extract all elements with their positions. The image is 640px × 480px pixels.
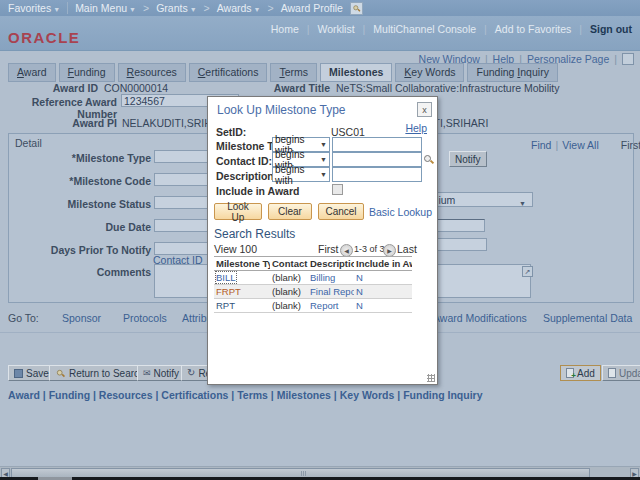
tab-terms[interactable]: Terms [270, 63, 317, 82]
award-title-value: NeTS:Small Collaborative:Infrastructure … [336, 82, 560, 94]
goto-supplemental-data-link[interactable]: Supplemental Data [543, 312, 632, 324]
tab-certifications[interactable]: Certifications [189, 63, 268, 82]
page-icon [608, 368, 616, 378]
due-date-label: Due Date [11, 221, 151, 233]
result-link[interactable]: N [356, 272, 363, 283]
milestone-code-label: *Milestone Code [11, 175, 151, 187]
contact-id-search-label: Contact ID: [216, 155, 272, 167]
view-all-link[interactable]: View All [562, 139, 599, 151]
lookup-modal: Look Up Milestone Type x Help SetID: USC… [207, 96, 438, 385]
copy-url-icon[interactable] [622, 53, 634, 65]
chevron-down-icon: ▼ [129, 6, 136, 13]
result-link[interactable]: Final Report [310, 286, 354, 297]
chevron-down-icon: ▼ [53, 6, 60, 13]
clear-button[interactable]: Clear [268, 203, 312, 220]
contact-id-search-input[interactable] [332, 152, 422, 167]
search-icon[interactable] [350, 2, 363, 15]
results-table: Milestone Type Contact ID Description In… [214, 256, 412, 313]
look-up-button[interactable]: Look Up [214, 203, 262, 220]
cell-contact: (blank) [270, 299, 308, 313]
cancel-button[interactable]: Cancel [318, 203, 364, 220]
description-search-input[interactable] [332, 167, 422, 182]
notify-button[interactable]: ✉Notify [137, 365, 185, 381]
milestone-status-label: Milestone Status [11, 198, 151, 210]
chevron-down-icon: ▼ [254, 6, 261, 13]
application-window: Favorites▼ Main Menu▼ > Grants▼ > Awards… [0, 0, 640, 480]
find-link[interactable]: Find [531, 139, 551, 151]
col-milestone-type: Milestone Type [214, 257, 270, 271]
include-in-award-label: Include in Award [216, 185, 299, 197]
return-to-search-button[interactable]: Return to Search [49, 365, 151, 381]
save-icon [14, 369, 23, 378]
cell-contact: (blank) [270, 285, 308, 299]
expand-comments-icon[interactable]: ↗ [522, 266, 533, 277]
goto-sponsor-link[interactable]: Sponsor [62, 312, 101, 324]
result-link[interactable]: Report [310, 300, 339, 311]
tab-funding-inquiry[interactable]: Funding Inquiry [467, 63, 557, 82]
favorites-menu[interactable]: Favorites▼ [8, 2, 60, 14]
sign-out-link[interactable]: Sign out [590, 23, 632, 35]
add-button[interactable]: +Add [560, 365, 601, 381]
header-links: Home| Worklist| MultiChannel Console| Ad… [271, 23, 632, 35]
breadcrumb: Favorites▼ Main Menu▼ > Grants▼ > Awards… [0, 0, 640, 16]
close-icon[interactable]: x [417, 102, 432, 117]
description-operator-select[interactable]: begins with▼ [272, 167, 330, 182]
table-header-row: Milestone Type Contact ID Description In… [214, 257, 412, 271]
contact-id-lookup-icon[interactable] [423, 154, 434, 165]
detail-pager: Find | View All First ◀ 1 of [531, 138, 640, 151]
refresh-icon: ↻ [187, 368, 195, 378]
tab-funding[interactable]: Funding [59, 63, 115, 82]
award-id-value: CON0000014 [104, 82, 168, 94]
footer-page-links[interactable]: Award | Funding | Resources | Certificat… [8, 389, 482, 401]
chevron-down-icon: ▼ [320, 171, 327, 178]
worklist-link[interactable]: Worklist [317, 23, 354, 35]
update-display-button[interactable]: Update/Display [602, 365, 640, 381]
result-link[interactable]: RPT [216, 300, 235, 311]
tab-milestones[interactable]: Milestones [320, 63, 392, 82]
col-description: Description [308, 257, 354, 271]
basic-lookup-link[interactable]: Basic Lookup [369, 206, 432, 218]
award-id-label: Award ID [0, 82, 98, 94]
save-button[interactable]: Save [8, 365, 55, 381]
breadcrumb-separator: > [204, 2, 210, 14]
breadcrumb-award-profile[interactable]: Award Profile [281, 2, 343, 14]
description-search-label: Description: [216, 170, 277, 182]
notify-field-button[interactable]: Notify [449, 151, 487, 167]
setid-label: SetID: [216, 126, 246, 138]
breadcrumb-separator: > [268, 2, 274, 14]
view-100-link[interactable]: View 100 [214, 243, 257, 255]
cell-contact: (blank) [270, 271, 308, 285]
award-pi-label: Award PI [0, 117, 117, 129]
col-include-in-award: Include in Award [354, 257, 412, 271]
days-prior-to-notify-label: Days Prior To Notify [11, 244, 151, 256]
result-link[interactable]: FRPT [216, 286, 241, 297]
modal-title: Look Up Milestone Type [217, 103, 346, 117]
col-contact-id: Contact ID [270, 257, 308, 271]
breadcrumb-awards[interactable]: Awards▼ [217, 2, 261, 14]
add-page-icon: + [566, 368, 574, 378]
table-row: BILL (blank) Billing N [214, 271, 412, 285]
return-to-search-icon [56, 369, 65, 378]
detail-title: Detail [15, 137, 42, 149]
result-link[interactable]: N [356, 300, 363, 311]
result-link[interactable]: BILL [216, 272, 236, 283]
multichannel-console-link[interactable]: MultiChannel Console [373, 23, 476, 35]
main-menu[interactable]: Main Menu▼ [75, 2, 136, 14]
table-row: FRPT (blank) Final Report N [214, 285, 412, 299]
result-link[interactable]: N [356, 286, 363, 297]
milestone-type-search-input[interactable] [332, 137, 422, 152]
goto-protocols-link[interactable]: Protocols [123, 312, 167, 324]
breadcrumb-grants[interactable]: Grants▼ [156, 2, 196, 14]
modal-resize-grip[interactable] [427, 374, 435, 382]
tab-resources[interactable]: Resources [118, 63, 186, 82]
tab-key-words[interactable]: Key Words [395, 63, 464, 82]
home-link[interactable]: Home [271, 23, 299, 35]
tab-bar: Award Funding Resources Certifications T… [8, 63, 558, 82]
goto-award-modifications-link[interactable]: Award Modifications [433, 312, 527, 324]
add-to-favorites-link[interactable]: Add to Favorites [495, 23, 571, 35]
result-link[interactable]: Billing [310, 272, 335, 283]
modal-help-link[interactable]: Help [405, 122, 427, 134]
chevron-down-icon: ▼ [320, 141, 327, 148]
results-first-label: First [318, 243, 338, 255]
tab-award[interactable]: Award [8, 63, 56, 82]
